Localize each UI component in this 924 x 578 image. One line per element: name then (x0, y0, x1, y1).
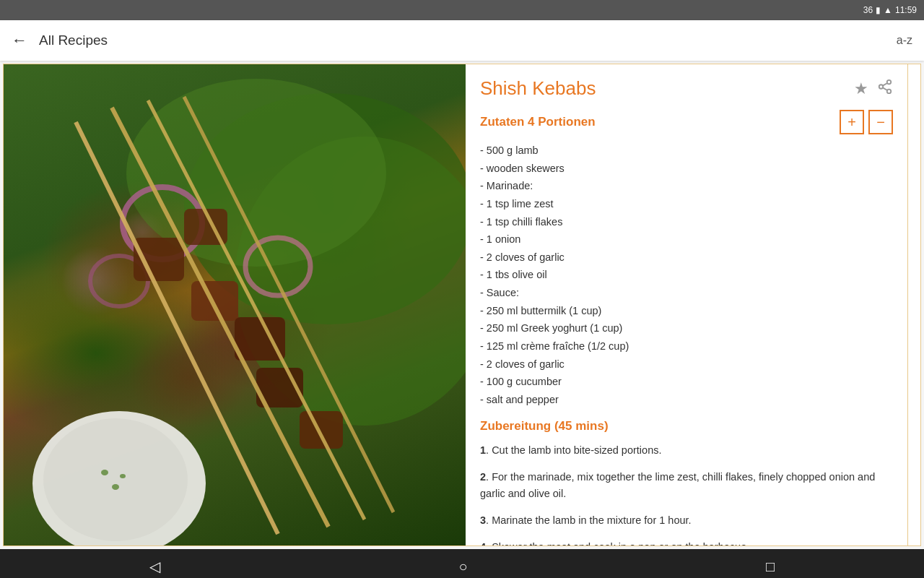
step-num-1: 1 (480, 444, 486, 456)
nav-back-button[interactable]: ◁ (149, 558, 160, 575)
svg-point-22 (879, 85, 884, 89)
step-1: 1. Cut the lamb into bite-sized portions… (480, 442, 893, 459)
ingredient-item: - 1 tsp chilli flakes (480, 213, 893, 231)
svg-point-18 (101, 470, 108, 475)
svg-rect-7 (191, 281, 238, 321)
ingredient-item: - 250 ml Greek yoghurt (1 cup) (480, 319, 893, 337)
svg-line-24 (883, 87, 887, 90)
top-bar: ← All Recipes a-z (0, 20, 924, 61)
back-button[interactable]: ← (12, 31, 27, 50)
battery-level: 36 (863, 5, 873, 15)
svg-point-20 (112, 484, 119, 490)
ingredient-item: - 500 g lamb (480, 142, 893, 160)
skewer-svg (4, 64, 466, 545)
ingredient-item: - 250 ml buttermilk (1 cup) (480, 302, 893, 320)
portion-increase-button[interactable]: + (840, 110, 864, 134)
step-num-2: 2 (480, 471, 486, 483)
favorite-icon[interactable]: ★ (854, 79, 868, 98)
step-text-4: . Skewer the meat and cook in a pan or o… (486, 541, 749, 545)
top-bar-left: ← All Recipes (12, 31, 108, 50)
time-display: 11:59 (895, 5, 917, 15)
food-image-inner (4, 64, 466, 545)
ingredient-item: - Sauce: (480, 284, 893, 302)
recipe-title-row: Shish Kebabs ★ (480, 77, 893, 100)
recipe-actions: ★ (854, 79, 893, 99)
share-icon[interactable] (877, 79, 893, 99)
signal-icon: ▲ (884, 5, 892, 15)
recipe-detail: Shish Kebabs ★ Zutaten 4 Portionen + − -… (466, 64, 907, 545)
ingredients-section-title: Zutaten 4 Portionen (480, 115, 596, 129)
battery-icon: ▮ (876, 5, 881, 15)
svg-point-23 (887, 89, 892, 93)
step-text-1: . Cut the lamb into bite-sized portions. (486, 444, 661, 456)
svg-line-25 (883, 82, 887, 85)
status-bar: 36 ▮ ▲ 11:59 (0, 0, 924, 20)
ingredient-item: - 1 tbs olive oil (480, 266, 893, 284)
recipe-title: Shish Kebabs (480, 77, 596, 100)
nav-home-button[interactable]: ○ (458, 558, 467, 575)
step-text-2: . For the marinade, mix together the lim… (480, 471, 875, 499)
step-3: 3. Marinate the lamb in the mixture for … (480, 512, 893, 529)
ingredients-list: - 500 g lamb - wooden skewers - Marinade… (480, 142, 893, 409)
step-num-4: 4 (480, 541, 486, 545)
step-text-3: . Marinate the lamb in the mixture for 1… (486, 514, 692, 526)
sort-az-button[interactable]: a-z (897, 34, 912, 47)
ingredient-item: - Marinade: (480, 177, 893, 195)
ingredient-item: - 100 g cucumber (480, 373, 893, 391)
main-content: Shish Kebabs ★ Zutaten 4 Portionen + − -… (3, 64, 921, 546)
recipe-image (4, 64, 466, 545)
step-4: 4. Skewer the meat and cook in a pan or … (480, 539, 893, 545)
ingredient-item: - 1 tsp lime zest (480, 195, 893, 213)
bottom-nav: ◁ ○ □ (0, 549, 924, 578)
ingredient-item: - salt and pepper (480, 391, 893, 409)
ingredient-item: - 2 cloves of garlic (480, 249, 893, 267)
ingredient-item: - wooden skewers (480, 160, 893, 178)
svg-rect-11 (300, 411, 343, 449)
preparation-section-title: Zubereitung (45 mins) (480, 419, 893, 434)
preparation-steps: 1. Cut the lamb into bite-sized portions… (480, 442, 893, 545)
svg-point-19 (120, 474, 126, 478)
step-num-3: 3 (480, 514, 486, 526)
status-icons: 36 ▮ ▲ 11:59 (863, 5, 917, 15)
nav-recent-button[interactable]: □ (766, 558, 775, 575)
svg-point-21 (887, 79, 892, 84)
right-partial-card (907, 64, 920, 545)
ingredient-item: - 2 cloves of garlic (480, 355, 893, 374)
svg-point-17 (43, 418, 188, 541)
ingredients-header-row: Zutaten 4 Portionen + − (480, 110, 893, 134)
portion-decrease-button[interactable]: − (868, 110, 893, 134)
ingredient-item: - 125 ml crème fraîche (1/2 cup) (480, 337, 893, 355)
portion-controls: + − (840, 110, 893, 134)
page-title: All Recipes (39, 33, 108, 48)
ingredient-item: - 1 onion (480, 230, 893, 249)
step-2: 2. For the marinade, mix together the li… (480, 469, 893, 502)
